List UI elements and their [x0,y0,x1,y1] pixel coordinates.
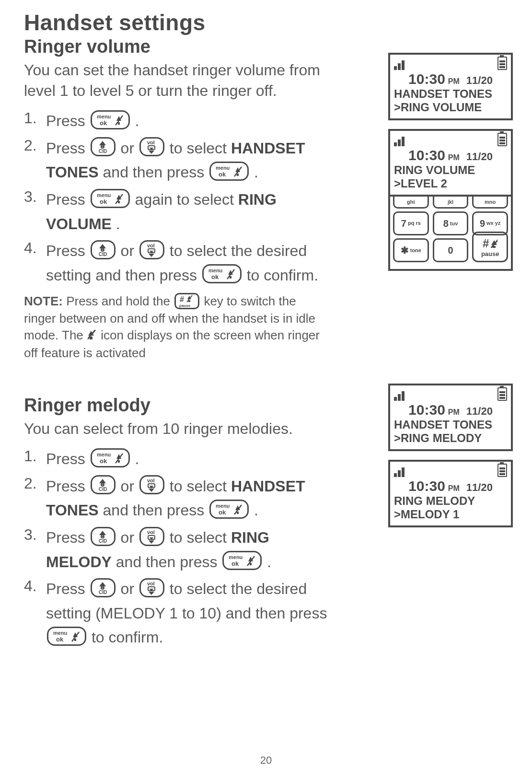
ringer-off-icon [491,239,497,248]
text: and then press [103,501,209,519]
key-8: 8tuv [433,211,469,235]
text: or [121,139,139,156]
screen-date: 11/20 [466,405,493,418]
battery-icon [497,57,507,70]
text: to confirm. [92,629,163,646]
text: or [121,477,139,494]
step-2: 2. Press or to select HANDSET TONES and … [24,135,331,184]
vol-down-key-icon [139,578,164,597]
ringer-volume-intro: You can set the handset ringer volume fr… [24,60,331,101]
handset-screen-1: 10:30 PM 11/20 HANDSET TONES >RING VOLUM… [388,53,513,120]
page-title: Handset settings [24,10,508,35]
screen-line-1: RING VOLUME [394,163,507,177]
cid-up-key-icon [91,137,116,156]
text: or [121,529,139,546]
step-1: 1. Press . [24,446,331,470]
screen-previews-2: 10:30 PM 11/20 HANDSET TONES >RING MELOD… [388,384,513,536]
handset-screen-3: 10:30 PM 11/20 HANDSET TONES >RING MELOD… [388,384,513,451]
signal-icon [394,60,405,70]
screen-time: 10:30 [408,71,445,87]
step-2: 2. Press or to select HANDSET TONES and … [24,473,331,522]
screen-line-1: RING MELODY [394,494,507,508]
step-number: 2. [24,135,39,156]
page-number: 20 [0,754,532,767]
text: Press [46,112,90,129]
screen-time: 10:30 [408,402,445,418]
text: . [254,501,258,519]
screen-ampm: PM [448,484,460,493]
text: Press [46,242,90,259]
key-7: 7pq rs [393,211,429,235]
text: . [135,112,139,129]
menu-ok-key-icon [222,551,262,570]
note-label: NOTE: [24,294,63,308]
cid-up-key-icon [91,578,116,597]
menu-ok-key-icon [91,448,130,467]
text: Press and hold the [66,294,173,308]
signal-icon [394,137,405,146]
text: Press [46,477,90,494]
cid-up-key-icon [91,527,116,546]
text: Press [46,450,90,467]
text: again to select [135,191,238,208]
signal-icon [394,467,405,477]
step-number: 2. [24,473,39,494]
handset-screen-2: 10:30 PM 11/20 RING VOLUME >LEVEL 2 [388,129,513,197]
key-6: mno [472,197,508,209]
ringer-volume-steps: 1. Press . 2. Press or to select HANDSET… [24,108,331,286]
screen-date: 11/20 [466,151,493,163]
cid-up-key-icon [91,475,116,494]
text: to select [170,139,231,156]
battery-icon [497,387,507,401]
screen-line-1: HANDSET TONES [394,418,507,431]
vol-down-key-icon [139,240,164,259]
text: . [254,163,258,181]
text: to select [170,529,231,546]
screen-line-1: HANDSET TONES [394,87,507,101]
text: Press [46,191,90,208]
menu-ok-key-icon [202,264,242,283]
screen-ampm: PM [448,77,460,86]
step-number: 4. [24,576,39,596]
step-number: 4. [24,238,39,258]
menu-ok-key-icon [91,189,130,208]
key-5: jkl [433,197,469,209]
text: . [116,215,120,232]
screen-time: 10:30 [408,147,445,163]
key-0: 0 [433,238,469,262]
screen-ampm: PM [448,408,460,417]
screen-line-2: >RING MELODY [394,431,507,445]
step-4: 4. Press or to select the desired settin… [24,576,331,649]
vol-down-key-icon [139,137,164,156]
screen-ampm: PM [448,153,460,162]
menu-ok-key-icon [91,110,130,129]
battery-icon [497,464,507,477]
text: or [121,242,139,259]
text: and then press [116,553,222,570]
text: Press [46,139,90,156]
battery-icon [497,133,507,146]
menu-ok-key-icon [209,162,249,181]
text: to confirm. [247,266,318,283]
key-hash: # pause [472,232,508,262]
step-3: 3. Press again to select RING VOLUME . [24,187,331,235]
text: and then press [103,163,209,181]
screen-line-2: >MELODY 1 [394,508,507,521]
ringer-off-icon [88,328,96,345]
key-star: ✱tone [393,238,429,262]
screen-previews: 10:30 PM 11/20 HANDSET TONES >RING VOLUM… [388,53,513,280]
step-4: 4. Press or to select the desired settin… [24,238,331,286]
vol-down-key-icon [139,527,164,546]
cid-up-key-icon [91,240,116,259]
step-number: 1. [24,446,39,466]
ringer-volume-note: NOTE: Press and hold the key to switch t… [24,293,331,361]
screen-line-2: >RING VOLUME [394,101,507,114]
ringer-melody-intro: You can select from 10 ringer melodies. [24,419,331,439]
step-3: 3. Press or to select RING MELODY and th… [24,525,331,573]
signal-icon [394,391,405,401]
text: Press [46,529,90,546]
step-1: 1. Press . [24,108,331,132]
text: . [267,553,271,570]
screen-time: 10:30 [408,478,445,494]
handset-screen-4: 10:30 PM 11/20 RING MELODY >MELODY 1 [388,460,513,527]
